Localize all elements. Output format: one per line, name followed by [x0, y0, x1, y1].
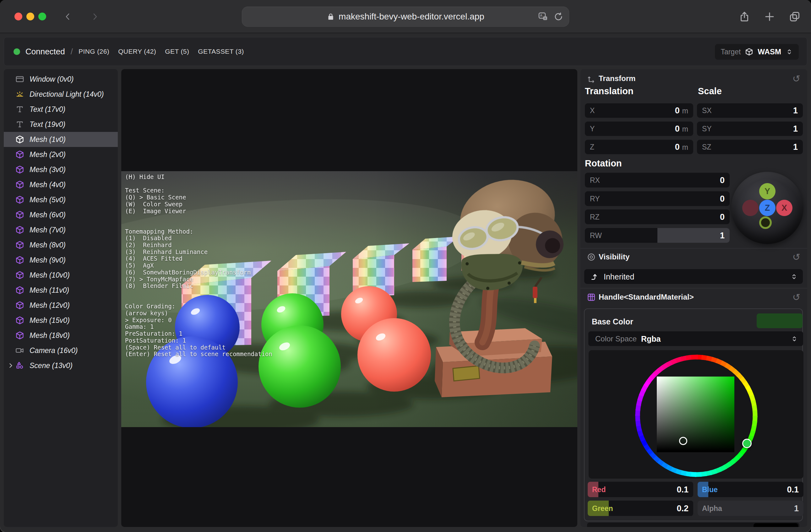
entity-icon [15, 135, 25, 144]
entity-icon [15, 150, 25, 159]
gizmo-x-axis[interactable]: X [776, 200, 793, 216]
entity-tree-item[interactable]: Mesh (1v0) [4, 132, 118, 147]
rotation-gizmo[interactable]: Y Z X [731, 172, 804, 244]
color-space-label: Color Space [595, 334, 637, 343]
field-label: Z [590, 143, 594, 151]
entity-tree-item[interactable]: Mesh (2v0) [4, 147, 118, 162]
translation-y-field[interactable]: Y 0m [585, 122, 693, 136]
field-value: 0 [720, 194, 725, 203]
color-space-dropdown[interactable]: Color Space Rgba [588, 331, 803, 346]
entity-icon [15, 346, 25, 355]
green-channel-field[interactable]: Green 0.2 [588, 501, 693, 516]
stat-get: GET (5) [165, 48, 189, 55]
close-window-button[interactable] [14, 13, 22, 20]
entity-tree-item[interactable]: Scene (13v0) [4, 358, 118, 373]
target-selector[interactable]: Target WASM [715, 44, 799, 60]
entity-tree-item[interactable]: Mesh (10v0) [4, 268, 118, 283]
field-label: RZ [590, 213, 600, 221]
viewport-panel[interactable]: (H) Hide UI Test Scene: (Q) > Basic Scen… [121, 69, 577, 527]
rotation-x-field[interactable]: RX 0 [585, 173, 730, 187]
entity-tree-item[interactable]: Directional Light (14v0) [4, 87, 118, 102]
scene-canvas[interactable]: (H) Hide UI Test Scene: (Q) > Basic Scen… [121, 171, 577, 427]
entity-tree-item[interactable]: Text (19v0) [4, 117, 118, 132]
field-label: RY [590, 194, 600, 203]
section-title: Visibility [599, 253, 629, 261]
entity-tree-item[interactable]: Mesh (12v0) [4, 298, 118, 313]
material-section-header: Handle<StandardMaterial> ↺ [580, 293, 807, 302]
gizmo-y-axis[interactable]: Y [759, 183, 776, 199]
gizmo-neg-x-axis[interactable] [742, 200, 759, 216]
blue-channel-field[interactable]: Blue 0.1 [698, 482, 804, 497]
field-label: Y [590, 125, 595, 133]
entity-tree-item[interactable]: Text (17v0) [4, 102, 118, 117]
reset-transform-button[interactable]: ↺ [791, 73, 802, 85]
visibility-dropdown[interactable]: Inherited [584, 269, 803, 284]
entity-tree-item[interactable]: Mesh (7v0) [4, 222, 118, 238]
scale-y-field[interactable]: SY 1 [697, 122, 803, 136]
entity-tree-item[interactable]: Mesh (6v0) [4, 207, 118, 222]
entity-tree-item[interactable]: Mesh (3v0) [4, 162, 118, 177]
field-label: RW [590, 231, 602, 240]
entity-icon [15, 90, 25, 99]
next-section-partial [587, 522, 799, 527]
base-color-swatch[interactable] [757, 314, 802, 328]
reset-material-button[interactable]: ↺ [791, 291, 802, 303]
forward-button[interactable] [89, 10, 101, 23]
axes-icon [587, 74, 596, 83]
saturation-value-square[interactable] [657, 377, 734, 452]
connection-status-dot [14, 48, 20, 55]
gizmo-z-axis[interactable]: Z [759, 200, 776, 216]
entity-icon [15, 270, 25, 280]
back-button[interactable] [62, 10, 74, 23]
expand-chevron-icon[interactable] [7, 362, 14, 369]
entity-icon [15, 225, 25, 234]
share-button[interactable] [739, 11, 750, 22]
rotation-w-field[interactable]: RW 1 [585, 228, 730, 243]
chevron-updown-icon [790, 273, 798, 280]
browser-toolbar: makeshift-bevy-web-editor.vercel.app Ax [0, 0, 811, 33]
minimize-window-button[interactable] [26, 13, 34, 20]
entity-tree-item[interactable]: Mesh (15v0) [4, 313, 118, 328]
zoom-window-button[interactable] [38, 13, 46, 20]
entity-icon [15, 105, 25, 114]
translation-x-field[interactable]: X 0m [585, 103, 693, 118]
field-value: 0 [720, 175, 725, 185]
red-channel-field[interactable]: Red 0.1 [588, 482, 693, 497]
rotation-z-field[interactable]: RZ 0 [585, 210, 730, 224]
entity-tree-item[interactable]: Mesh (9v0) [4, 253, 118, 268]
entity-tree-item[interactable]: Camera (16v0) [4, 343, 118, 358]
entity-tree-item[interactable]: Mesh (5v0) [4, 192, 118, 207]
entity-label: Mesh (1v0) [30, 135, 66, 144]
reset-visibility-button[interactable]: ↺ [791, 251, 802, 263]
scale-x-field[interactable]: SX 1 [697, 103, 803, 118]
stat-query: QUERY (42) [118, 48, 156, 55]
connection-status-bar: Connected / PING (26) QUERY (42) GET (5)… [4, 37, 807, 66]
new-tab-button[interactable] [764, 11, 775, 22]
entity-label: Mesh (2v0) [30, 150, 66, 159]
sv-cursor[interactable] [679, 437, 687, 445]
translation-z-field[interactable]: Z 0m [585, 140, 693, 154]
tab-overview-button[interactable] [789, 11, 800, 22]
entity-tree-item[interactable]: Mesh (11v0) [4, 283, 118, 298]
field-label: SY [702, 125, 712, 133]
entity-tree-item[interactable]: Window (0v0) [4, 72, 118, 87]
chevron-updown-icon [791, 335, 798, 343]
entity-tree-item[interactable]: Mesh (4v0) [4, 177, 118, 192]
color-picker [588, 350, 804, 478]
rotation-y-field[interactable]: RY 0 [585, 191, 730, 206]
gizmo-neg-y-axis[interactable] [759, 216, 772, 229]
lock-icon [327, 13, 335, 21]
translate-button[interactable]: Ax [538, 12, 548, 22]
alpha-channel-field[interactable]: Alpha 1 [698, 501, 804, 516]
entity-tree-item[interactable]: Mesh (8v0) [4, 238, 118, 253]
channel-value: 0.1 [787, 485, 799, 494]
channel-value: 1 [794, 503, 799, 513]
entity-tree-item[interactable]: Mesh (18v0) [4, 328, 118, 343]
scale-z-field[interactable]: SZ 1 [697, 140, 803, 154]
url-bar[interactable]: makeshift-bevy-web-editor.vercel.app Ax [242, 6, 569, 27]
reload-button[interactable] [554, 12, 563, 21]
stat-ping: PING (26) [78, 48, 109, 55]
hue-handle[interactable] [742, 439, 752, 448]
translate-icon: Ax [538, 12, 548, 22]
entity-label: Text (17v0) [30, 105, 65, 114]
